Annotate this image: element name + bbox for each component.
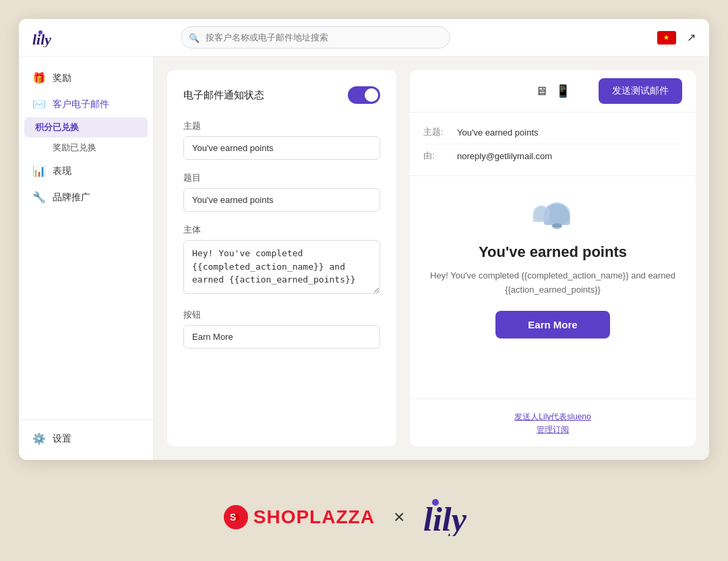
sidebar-label-rewards: 奖励	[53, 72, 71, 84]
send-test-button[interactable]: 发送测试邮件	[599, 78, 682, 104]
meta-subject-label: 主题:	[423, 126, 457, 138]
search-input[interactable]	[181, 26, 450, 49]
flag-icon: ★	[657, 31, 676, 45]
sidebar-label-brand: 品牌推广	[53, 191, 90, 204]
main-content: 电子邮件通知状态 主题 题目 主体 Hey! You've completed …	[154, 57, 709, 460]
button-label: 按钮	[183, 309, 380, 321]
svg-text:S: S	[230, 512, 236, 523]
x-divider: ×	[394, 506, 404, 528]
sidebar-subitem-points-redeemed[interactable]: 积分已兑换	[24, 117, 148, 138]
footer-manage[interactable]: 管理订阅	[537, 425, 569, 434]
email-status-label: 电子邮件通知状态	[183, 89, 264, 102]
topic-field: 题目	[183, 172, 380, 212]
sidebar-label-customer-email: 客户电子邮件	[53, 98, 109, 111]
meta-from-row: 由: noreply@getlilymail.com	[423, 144, 682, 167]
settings-icon: ⚙️	[32, 432, 46, 445]
search-bar: 🔍	[181, 26, 450, 49]
sidebar-label-performance: 表现	[53, 165, 71, 177]
form-panel: 电子邮件通知状态 主题 题目 主体 Hey! You've completed …	[167, 70, 396, 446]
brand-icon: 🔧	[32, 191, 46, 204]
sidebar-item-customer-email[interactable]: ✉️ 客户电子邮件	[19, 91, 153, 117]
shoplazza-text: SHOPLAZZA	[253, 506, 375, 528]
topic-label: 题目	[183, 172, 380, 184]
sidebar: 🎁 奖励 ✉️ 客户电子邮件 积分已兑换 奖励已兑换 📊 表现 🔧 品牌推广	[19, 57, 154, 460]
desktop-icon[interactable]: 🖥	[535, 84, 547, 98]
sidebar-item-settings[interactable]: ⚙️ 设置	[19, 425, 153, 452]
body-label: 主体	[183, 224, 380, 236]
sidebar-sublabel-points-redeemed: 积分已兑换	[35, 122, 79, 132]
search-icon: 🔍	[189, 32, 200, 42]
external-link-icon[interactable]: ↗	[687, 31, 696, 44]
body-textarea[interactable]: Hey! You've completed {{completed_action…	[183, 240, 380, 294]
email-preview-body-text: Hey! You've completed {{completed_action…	[423, 269, 682, 297]
email-preview-body: You've earned points Hey! You've complet…	[410, 176, 696, 398]
device-icons: 🖥 📱	[535, 84, 570, 98]
footer-sent-by[interactable]: 发送人Lily代表slueno	[514, 412, 590, 421]
preview-meta: 主题: You've earned points 由: noreply@getl…	[410, 113, 696, 176]
body-field: 主体 Hey! You've completed {{completed_act…	[183, 224, 380, 297]
app-header: lily 🔍 ★ ↗	[19, 19, 709, 57]
body-area: 🎁 奖励 ✉️ 客户电子邮件 积分已兑换 奖励已兑换 📊 表现 🔧 品牌推广	[19, 57, 709, 460]
mobile-icon[interactable]: 📱	[555, 84, 570, 98]
email-toggle[interactable]	[348, 86, 380, 104]
logo: lily	[32, 28, 66, 47]
sidebar-item-rewards[interactable]: 🎁 奖励	[19, 65, 153, 91]
lily-brand-logo: lily	[423, 496, 504, 539]
rewards-icon: 🎁	[32, 71, 46, 84]
subject-input[interactable]	[183, 136, 380, 160]
shoplazza-logo: S SHOPLAZZA	[224, 505, 375, 529]
sidebar-subitem-rewards-redeemed[interactable]: 奖励已兑换	[19, 138, 153, 158]
sidebar-sublabel-rewards-redeemed: 奖励已兑换	[53, 142, 96, 152]
email-preview-title: You've earned points	[479, 243, 627, 261]
sidebar-label-settings: 设置	[53, 433, 71, 445]
header-right: ★ ↗	[657, 31, 696, 45]
shoplazza-icon: S	[224, 505, 248, 529]
preview-panel: 🖥 📱 发送测试邮件 主题: You've earned points 由: n…	[410, 70, 696, 446]
sidebar-item-performance[interactable]: 📊 表现	[19, 158, 153, 184]
email-status-row: 电子邮件通知状态	[183, 86, 380, 104]
meta-from-label: 由:	[423, 150, 457, 162]
branding-bar: S SHOPLAZZA × lily	[19, 473, 709, 561]
button-field: 按钮	[183, 309, 380, 349]
preview-header: 🖥 📱 发送测试邮件	[410, 70, 696, 113]
performance-icon: 📊	[32, 165, 46, 177]
svg-text:lily: lily	[32, 31, 51, 47]
sidebar-bottom: ⚙️ 设置	[19, 419, 153, 452]
email-icon: ✉️	[32, 98, 46, 111]
subject-field: 主题	[183, 120, 380, 160]
preview-footer: 发送人Lily代表slueno 管理订阅	[410, 398, 696, 446]
meta-subject-value: You've earned points	[457, 127, 539, 138]
email-illustration	[526, 192, 580, 233]
button-input[interactable]	[183, 325, 380, 349]
svg-text:lily: lily	[423, 500, 467, 536]
subject-label: 主题	[183, 120, 380, 132]
sidebar-item-brand-promotion[interactable]: 🔧 品牌推广	[19, 184, 153, 210]
meta-subject-row: 主题: You've earned points	[423, 121, 682, 144]
meta-from-value: noreply@getlilymail.com	[457, 151, 552, 161]
svg-point-4	[552, 223, 562, 229]
topic-input[interactable]	[183, 188, 380, 212]
earn-more-button[interactable]: Earn More	[495, 311, 609, 338]
